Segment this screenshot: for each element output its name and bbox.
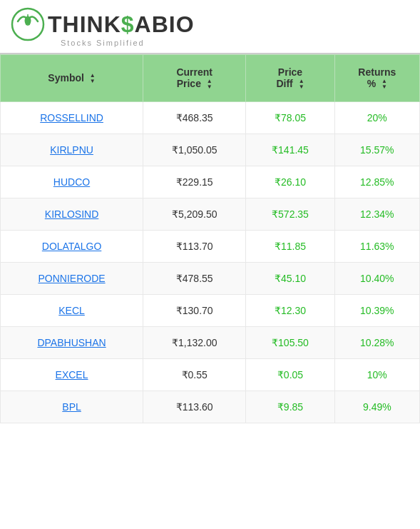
table-row: KECL₹130.70₹12.3010.39% xyxy=(1,295,420,327)
cell-symbol[interactable]: KIRLPNU xyxy=(1,134,143,166)
cell-returns: 10% xyxy=(334,359,419,391)
sort-arrows-symbol: ▲▼ xyxy=(90,73,96,84)
cell-returns: 10.39% xyxy=(334,295,419,327)
cell-current-price: ₹1,050.05 xyxy=(143,134,246,166)
sort-arrows-returns: ▲▼ xyxy=(381,79,387,90)
cell-price-diff: ₹11.85 xyxy=(246,231,334,263)
table-row: ROSSELLIND₹468.35₹78.0520% xyxy=(1,102,420,134)
cell-current-price: ₹0.55 xyxy=(143,359,246,391)
table-row: DOLATALGO₹113.70₹11.8511.63% xyxy=(1,231,420,263)
table-row: PONNIERODE₹478.55₹45.1010.40% xyxy=(1,263,420,295)
table-row: HUDCO₹229.15₹26.1012.85% xyxy=(1,166,420,198)
cell-price-diff: ₹572.35 xyxy=(246,198,334,231)
sort-arrows-current-price: ▲▼ xyxy=(207,79,212,90)
table-row: EXCEL₹0.55₹0.0510% xyxy=(1,359,420,391)
table-row: KIRLOSIND₹5,209.50₹572.3512.34% xyxy=(1,198,420,231)
cell-returns: 15.57% xyxy=(334,134,419,166)
cell-current-price: ₹1,132.00 xyxy=(143,327,246,359)
cell-returns: 12.34% xyxy=(334,198,419,231)
cell-symbol[interactable]: KIRLOSIND xyxy=(1,198,143,231)
column-price-diff[interactable]: PriceDiff ▲▼ xyxy=(246,55,334,102)
cell-returns: 20% xyxy=(334,102,419,134)
cell-symbol[interactable]: HUDCO xyxy=(1,166,143,198)
header: THINK$ABIO Stocks Simplified xyxy=(0,0,420,54)
cell-price-diff: ₹78.05 xyxy=(246,102,334,134)
table-row: DPABHUSHAN₹1,132.00₹105.5010.28% xyxy=(1,327,420,359)
cell-current-price: ₹468.35 xyxy=(143,102,246,134)
cell-current-price: ₹113.60 xyxy=(143,391,246,423)
cell-price-diff: ₹45.10 xyxy=(246,263,334,295)
logo: THINK$ABIO Stocks Simplified xyxy=(11,7,195,47)
table-header-row: Symbol ▲▼ CurrentPrice ▲▼ PriceDiff ▲▼ R… xyxy=(1,55,420,102)
logo-think: THINK xyxy=(48,11,121,37)
cell-returns: 10.28% xyxy=(334,327,419,359)
cell-symbol[interactable]: KECL xyxy=(1,295,143,327)
cell-returns: 10.40% xyxy=(334,263,419,295)
cell-symbol[interactable]: ROSSELLIND xyxy=(1,102,143,134)
cell-symbol[interactable]: EXCEL xyxy=(1,359,143,391)
table-row: KIRLPNU₹1,050.05₹141.4515.57% xyxy=(1,134,420,166)
stocks-table-container: Symbol ▲▼ CurrentPrice ▲▼ PriceDiff ▲▼ R… xyxy=(0,54,420,423)
cell-symbol[interactable]: PONNIERODE xyxy=(1,263,143,295)
logo-icon xyxy=(11,7,45,41)
logo-dollar: $ xyxy=(121,11,135,37)
cell-price-diff: ₹0.05 xyxy=(246,359,334,391)
cell-price-diff: ₹26.10 xyxy=(246,166,334,198)
column-symbol[interactable]: Symbol ▲▼ xyxy=(1,55,143,102)
cell-returns: 12.85% xyxy=(334,166,419,198)
cell-symbol[interactable]: DOLATALGO xyxy=(1,231,143,263)
cell-current-price: ₹130.70 xyxy=(143,295,246,327)
column-returns[interactable]: Returns% ▲▼ xyxy=(334,55,419,102)
logo-abio: ABIO xyxy=(135,11,195,37)
sort-arrows-price-diff: ▲▼ xyxy=(299,79,304,90)
logo-text: THINK$ABIO xyxy=(48,11,195,38)
column-current-price[interactable]: CurrentPrice ▲▼ xyxy=(143,55,246,102)
cell-current-price: ₹478.55 xyxy=(143,263,246,295)
cell-price-diff: ₹105.50 xyxy=(246,327,334,359)
table-row: BPL₹113.60₹9.859.49% xyxy=(1,391,420,423)
cell-price-diff: ₹141.45 xyxy=(246,134,334,166)
cell-current-price: ₹5,209.50 xyxy=(143,198,246,231)
tagline: Stocks Simplified xyxy=(11,39,195,47)
cell-price-diff: ₹9.85 xyxy=(246,391,334,423)
cell-current-price: ₹113.70 xyxy=(143,231,246,263)
cell-returns: 9.49% xyxy=(334,391,419,423)
stocks-table: Symbol ▲▼ CurrentPrice ▲▼ PriceDiff ▲▼ R… xyxy=(0,54,420,423)
cell-symbol[interactable]: DPABHUSHAN xyxy=(1,327,143,359)
cell-symbol[interactable]: BPL xyxy=(1,391,143,423)
cell-returns: 11.63% xyxy=(334,231,419,263)
cell-current-price: ₹229.15 xyxy=(143,166,246,198)
cell-price-diff: ₹12.30 xyxy=(246,295,334,327)
